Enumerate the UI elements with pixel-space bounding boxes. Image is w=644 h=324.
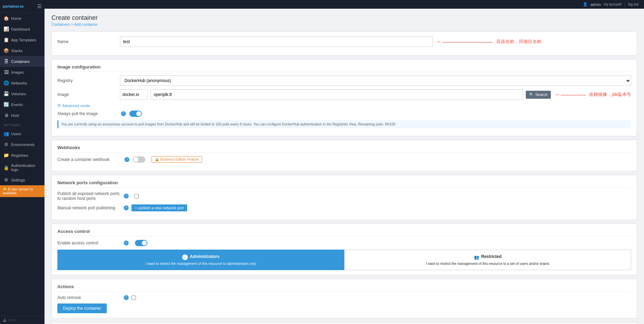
advanced-mode-label: Advanced mode: [62, 104, 90, 108]
registry-select[interactable]: DockerHub (anonymous): [120, 75, 631, 86]
sidebar-item-settings-label: Settings: [11, 178, 25, 182]
business-badge-text: Business Edition Feature: [160, 157, 199, 161]
sidebar-item-users[interactable]: 👥 Users: [0, 128, 45, 139]
logo-text: portainer.io: [3, 4, 24, 8]
sidebar-item-registries[interactable]: 📁 Registries: [0, 150, 45, 161]
volumes-icon: 💾: [3, 91, 9, 96]
publish-all-checkbox[interactable]: [134, 194, 139, 199]
networks-icon: 🌐: [3, 80, 9, 86]
sidebar-item-host-label: Host: [11, 113, 19, 118]
my-account-link[interactable]: my account: [604, 2, 621, 6]
manual-port-help[interactable]: ?: [124, 205, 129, 210]
sidebar-item-images[interactable]: 🖼 Images: [0, 67, 45, 78]
update-banner[interactable]: 🔔 A new version is available: [0, 185, 45, 197]
sidebar-item-environments[interactable]: ⚙ Environments: [0, 139, 45, 150]
image-main-input[interactable]: [151, 89, 523, 100]
advanced-settings-section: ⚙ Advanced container settings Command & …: [51, 322, 637, 324]
always-pull-toggle[interactable]: [129, 111, 142, 117]
name-input[interactable]: [120, 37, 433, 47]
sidebar-item-volumes-label: Volumes: [11, 92, 26, 96]
sidebar-item-networks-label: Networks: [11, 81, 27, 85]
admin-icon: 👤: [583, 2, 588, 7]
enable-access-label: Enable access control: [57, 241, 120, 245]
name-row: Name ←———————— 容器名称，同项目名称: [57, 37, 631, 47]
sidebar-item-host[interactable]: 🖥 Host: [0, 110, 45, 121]
webhook-help[interactable]: ?: [124, 157, 129, 162]
check-icon: ✓: [182, 254, 188, 260]
enable-access-toggle[interactable]: [135, 240, 147, 246]
breadcrumb-separator: >: [71, 22, 74, 26]
access-control-section: Access control Enable access control ? ✓…: [51, 224, 637, 275]
portainer-logo-small: ⚓: [3, 318, 7, 322]
sidebar: portainer.io ☰ 🏠 Home 📊 Dashboard 📋 App …: [0, 0, 45, 324]
environments-icon: ⚙: [3, 142, 9, 147]
registry-row: Registry DockerHub (anonymous): [57, 75, 631, 86]
pull-info-text: You are currently using an anonymous acc…: [57, 120, 631, 128]
image-prefix-input[interactable]: [120, 89, 148, 100]
publish-all-help[interactable]: ?: [124, 194, 129, 199]
sidebar-item-images-label: Images: [11, 70, 24, 74]
admin-card-desc: I want to restrict the management of thi…: [62, 262, 340, 266]
name-label: Name: [57, 39, 120, 44]
auto-remove-checkbox[interactable]: [131, 295, 136, 300]
user-info: 👤 admin my account | log out: [583, 2, 638, 7]
sidebar-item-containers-label: Containers: [11, 59, 30, 64]
version-text: 2.13.0: [8, 318, 17, 322]
auth-icon: 🔒: [3, 165, 9, 170]
update-banner-text: 🔔 A new version is available: [3, 187, 42, 195]
sidebar-item-settings[interactable]: ⚙ Settings: [0, 175, 45, 185]
name-section: Name ←———————— 容器名称，同项目名称: [51, 31, 637, 56]
access-cards: ✓ Administrators I want to restrict the …: [57, 250, 631, 270]
admin-access-card[interactable]: ✓ Administrators I want to restrict the …: [57, 250, 344, 270]
webhooks-title: Webhooks: [57, 145, 631, 153]
images-icon: 🖼: [3, 70, 9, 75]
always-pull-help[interactable]: ?: [121, 111, 126, 116]
name-annotation: 容器名称，同项目名称: [496, 39, 541, 45]
manual-port-row: Manual network port publishing ? + publi…: [57, 204, 631, 211]
always-pull-label: Always pull the image: [57, 111, 120, 116]
webhook-toggle[interactable]: [133, 156, 145, 163]
breadcrumb-containers[interactable]: Containers: [51, 22, 70, 26]
auto-remove-label: Auto remove: [57, 295, 120, 300]
image-annotation: 依赖镜像，jdk版本号: [589, 91, 631, 98]
deploy-button[interactable]: Deploy the container: [57, 303, 107, 313]
events-icon: 🔄: [3, 102, 9, 107]
restricted-card-desc: I want to restrict the management of thi…: [349, 262, 627, 266]
auto-remove-row: Auto remove ?: [57, 295, 631, 300]
sidebar-item-networks[interactable]: 🌐 Networks: [0, 78, 45, 88]
actions-title: Actions: [57, 284, 631, 292]
auto-remove-help[interactable]: ?: [124, 295, 129, 300]
sidebar-item-auth-logs[interactable]: 🔒 Authentication logs: [0, 161, 45, 175]
sidebar-item-stacks[interactable]: 📦 Stacks: [0, 45, 45, 56]
access-control-title: Access control: [57, 229, 631, 236]
name-arrow: ←————————: [436, 38, 493, 46]
main-area: 👤 admin my account | log out Create cont…: [45, 0, 644, 324]
actions-section: Actions Auto remove ? Deploy the contain…: [51, 279, 637, 318]
sidebar-item-app-templates[interactable]: 📋 App Templates: [0, 34, 45, 45]
sidebar-item-home[interactable]: 🏠 Home: [0, 13, 45, 24]
image-label: Image: [57, 92, 120, 97]
sidebar-item-volumes[interactable]: 💾 Volumes: [0, 88, 45, 99]
sidebar-item-users-label: Users: [11, 132, 21, 136]
sidebar-logo: portainer.io ☰: [0, 0, 45, 13]
templates-icon: 📋: [3, 37, 9, 42]
advanced-mode-link[interactable]: ⚙ Advanced mode: [57, 103, 631, 108]
webhook-label: Create a container webhook: [57, 157, 120, 162]
top-header: 👤 admin my account | log out: [45, 0, 644, 9]
page-title: Create container: [51, 14, 637, 22]
lock-icon: 🔒: [155, 157, 159, 161]
advanced-settings-header: ⚙ Advanced container settings: [52, 322, 637, 324]
sidebar-item-dashboard[interactable]: 📊 Dashboard: [0, 24, 45, 34]
users-icon: 👥: [3, 131, 9, 136]
sidebar-toggle[interactable]: ☰: [37, 3, 42, 9]
enable-access-help[interactable]: ?: [124, 241, 129, 245]
sidebar-item-containers[interactable]: 🗄 Containers: [0, 56, 45, 67]
settings-icon: ⚙: [3, 177, 9, 183]
containers-icon: 🗄: [3, 59, 9, 64]
sidebar-item-events[interactable]: 🔄 Events: [0, 99, 45, 110]
search-button[interactable]: 🔍 Search: [526, 91, 551, 99]
publish-new-port-button[interactable]: + publish a new network port: [131, 204, 187, 211]
registry-label: Registry: [57, 78, 120, 83]
logout-link[interactable]: log out: [628, 2, 638, 6]
restricted-access-card[interactable]: 👥 Restricted I want to restrict the mana…: [344, 250, 631, 270]
